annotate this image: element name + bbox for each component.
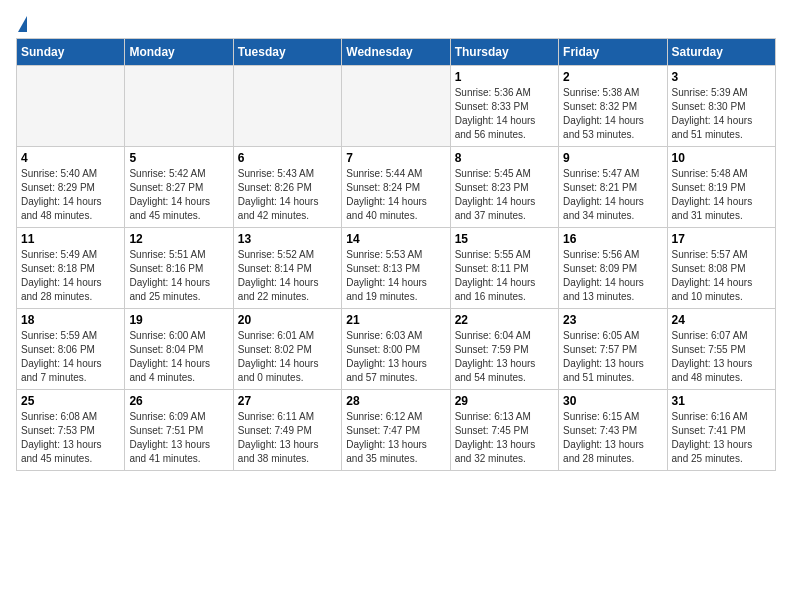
- calendar-header-row: SundayMondayTuesdayWednesdayThursdayFrid…: [17, 39, 776, 66]
- day-number: 11: [21, 232, 120, 246]
- day-info: Sunrise: 5:56 AM Sunset: 8:09 PM Dayligh…: [563, 248, 662, 304]
- day-number: 9: [563, 151, 662, 165]
- day-info: Sunrise: 5:44 AM Sunset: 8:24 PM Dayligh…: [346, 167, 445, 223]
- day-number: 6: [238, 151, 337, 165]
- calendar-cell: 30Sunrise: 6:15 AM Sunset: 7:43 PM Dayli…: [559, 390, 667, 471]
- day-info: Sunrise: 5:42 AM Sunset: 8:27 PM Dayligh…: [129, 167, 228, 223]
- day-info: Sunrise: 6:08 AM Sunset: 7:53 PM Dayligh…: [21, 410, 120, 466]
- calendar-week-row: 1Sunrise: 5:36 AM Sunset: 8:33 PM Daylig…: [17, 66, 776, 147]
- calendar-cell: 3Sunrise: 5:39 AM Sunset: 8:30 PM Daylig…: [667, 66, 775, 147]
- day-info: Sunrise: 5:43 AM Sunset: 8:26 PM Dayligh…: [238, 167, 337, 223]
- calendar-cell: 23Sunrise: 6:05 AM Sunset: 7:57 PM Dayli…: [559, 309, 667, 390]
- day-number: 16: [563, 232, 662, 246]
- weekday-header-friday: Friday: [559, 39, 667, 66]
- calendar-cell: 11Sunrise: 5:49 AM Sunset: 8:18 PM Dayli…: [17, 228, 125, 309]
- calendar-week-row: 4Sunrise: 5:40 AM Sunset: 8:29 PM Daylig…: [17, 147, 776, 228]
- day-info: Sunrise: 5:36 AM Sunset: 8:33 PM Dayligh…: [455, 86, 554, 142]
- day-number: 13: [238, 232, 337, 246]
- calendar-cell: 28Sunrise: 6:12 AM Sunset: 7:47 PM Dayli…: [342, 390, 450, 471]
- day-number: 8: [455, 151, 554, 165]
- day-number: 12: [129, 232, 228, 246]
- calendar-cell: 31Sunrise: 6:16 AM Sunset: 7:41 PM Dayli…: [667, 390, 775, 471]
- day-number: 1: [455, 70, 554, 84]
- day-info: Sunrise: 6:07 AM Sunset: 7:55 PM Dayligh…: [672, 329, 771, 385]
- day-number: 2: [563, 70, 662, 84]
- day-info: Sunrise: 6:01 AM Sunset: 8:02 PM Dayligh…: [238, 329, 337, 385]
- day-info: Sunrise: 5:47 AM Sunset: 8:21 PM Dayligh…: [563, 167, 662, 223]
- day-number: 26: [129, 394, 228, 408]
- day-number: 7: [346, 151, 445, 165]
- day-info: Sunrise: 5:57 AM Sunset: 8:08 PM Dayligh…: [672, 248, 771, 304]
- day-number: 30: [563, 394, 662, 408]
- day-info: Sunrise: 6:09 AM Sunset: 7:51 PM Dayligh…: [129, 410, 228, 466]
- calendar-cell: 16Sunrise: 5:56 AM Sunset: 8:09 PM Dayli…: [559, 228, 667, 309]
- calendar-cell: 4Sunrise: 5:40 AM Sunset: 8:29 PM Daylig…: [17, 147, 125, 228]
- day-info: Sunrise: 5:59 AM Sunset: 8:06 PM Dayligh…: [21, 329, 120, 385]
- calendar-cell: 8Sunrise: 5:45 AM Sunset: 8:23 PM Daylig…: [450, 147, 558, 228]
- day-number: 28: [346, 394, 445, 408]
- day-number: 10: [672, 151, 771, 165]
- day-info: Sunrise: 5:53 AM Sunset: 8:13 PM Dayligh…: [346, 248, 445, 304]
- day-number: 23: [563, 313, 662, 327]
- day-info: Sunrise: 5:52 AM Sunset: 8:14 PM Dayligh…: [238, 248, 337, 304]
- day-number: 20: [238, 313, 337, 327]
- day-info: Sunrise: 6:03 AM Sunset: 8:00 PM Dayligh…: [346, 329, 445, 385]
- page-header: [16, 16, 776, 26]
- day-info: Sunrise: 5:48 AM Sunset: 8:19 PM Dayligh…: [672, 167, 771, 223]
- calendar-cell: 27Sunrise: 6:11 AM Sunset: 7:49 PM Dayli…: [233, 390, 341, 471]
- day-info: Sunrise: 5:51 AM Sunset: 8:16 PM Dayligh…: [129, 248, 228, 304]
- calendar-cell: 6Sunrise: 5:43 AM Sunset: 8:26 PM Daylig…: [233, 147, 341, 228]
- day-number: 18: [21, 313, 120, 327]
- weekday-header-tuesday: Tuesday: [233, 39, 341, 66]
- calendar-week-row: 18Sunrise: 5:59 AM Sunset: 8:06 PM Dayli…: [17, 309, 776, 390]
- calendar-cell: 10Sunrise: 5:48 AM Sunset: 8:19 PM Dayli…: [667, 147, 775, 228]
- day-number: 21: [346, 313, 445, 327]
- day-info: Sunrise: 6:04 AM Sunset: 7:59 PM Dayligh…: [455, 329, 554, 385]
- calendar-week-row: 11Sunrise: 5:49 AM Sunset: 8:18 PM Dayli…: [17, 228, 776, 309]
- weekday-header-wednesday: Wednesday: [342, 39, 450, 66]
- day-info: Sunrise: 6:16 AM Sunset: 7:41 PM Dayligh…: [672, 410, 771, 466]
- day-number: 25: [21, 394, 120, 408]
- day-info: Sunrise: 5:55 AM Sunset: 8:11 PM Dayligh…: [455, 248, 554, 304]
- calendar-cell: [342, 66, 450, 147]
- calendar-cell: 26Sunrise: 6:09 AM Sunset: 7:51 PM Dayli…: [125, 390, 233, 471]
- day-info: Sunrise: 5:40 AM Sunset: 8:29 PM Dayligh…: [21, 167, 120, 223]
- logo-triangle-icon: [18, 16, 27, 32]
- day-number: 31: [672, 394, 771, 408]
- calendar-cell: 18Sunrise: 5:59 AM Sunset: 8:06 PM Dayli…: [17, 309, 125, 390]
- calendar-cell: [233, 66, 341, 147]
- day-info: Sunrise: 6:11 AM Sunset: 7:49 PM Dayligh…: [238, 410, 337, 466]
- calendar-cell: 7Sunrise: 5:44 AM Sunset: 8:24 PM Daylig…: [342, 147, 450, 228]
- day-info: Sunrise: 5:45 AM Sunset: 8:23 PM Dayligh…: [455, 167, 554, 223]
- day-number: 24: [672, 313, 771, 327]
- day-number: 14: [346, 232, 445, 246]
- calendar-table: SundayMondayTuesdayWednesdayThursdayFrid…: [16, 38, 776, 471]
- day-number: 19: [129, 313, 228, 327]
- calendar-cell: [17, 66, 125, 147]
- weekday-header-sunday: Sunday: [17, 39, 125, 66]
- day-info: Sunrise: 6:13 AM Sunset: 7:45 PM Dayligh…: [455, 410, 554, 466]
- day-number: 29: [455, 394, 554, 408]
- calendar-cell: 14Sunrise: 5:53 AM Sunset: 8:13 PM Dayli…: [342, 228, 450, 309]
- calendar-cell: 12Sunrise: 5:51 AM Sunset: 8:16 PM Dayli…: [125, 228, 233, 309]
- day-number: 4: [21, 151, 120, 165]
- calendar-cell: 9Sunrise: 5:47 AM Sunset: 8:21 PM Daylig…: [559, 147, 667, 228]
- weekday-header-monday: Monday: [125, 39, 233, 66]
- day-number: 17: [672, 232, 771, 246]
- day-info: Sunrise: 6:12 AM Sunset: 7:47 PM Dayligh…: [346, 410, 445, 466]
- day-info: Sunrise: 6:00 AM Sunset: 8:04 PM Dayligh…: [129, 329, 228, 385]
- calendar-cell: 29Sunrise: 6:13 AM Sunset: 7:45 PM Dayli…: [450, 390, 558, 471]
- calendar-cell: [125, 66, 233, 147]
- weekday-header-saturday: Saturday: [667, 39, 775, 66]
- day-number: 22: [455, 313, 554, 327]
- day-number: 5: [129, 151, 228, 165]
- day-info: Sunrise: 5:38 AM Sunset: 8:32 PM Dayligh…: [563, 86, 662, 142]
- calendar-cell: 17Sunrise: 5:57 AM Sunset: 8:08 PM Dayli…: [667, 228, 775, 309]
- calendar-cell: 13Sunrise: 5:52 AM Sunset: 8:14 PM Dayli…: [233, 228, 341, 309]
- calendar-cell: 20Sunrise: 6:01 AM Sunset: 8:02 PM Dayli…: [233, 309, 341, 390]
- calendar-cell: 21Sunrise: 6:03 AM Sunset: 8:00 PM Dayli…: [342, 309, 450, 390]
- calendar-cell: 1Sunrise: 5:36 AM Sunset: 8:33 PM Daylig…: [450, 66, 558, 147]
- calendar-cell: 22Sunrise: 6:04 AM Sunset: 7:59 PM Dayli…: [450, 309, 558, 390]
- day-info: Sunrise: 6:15 AM Sunset: 7:43 PM Dayligh…: [563, 410, 662, 466]
- day-info: Sunrise: 6:05 AM Sunset: 7:57 PM Dayligh…: [563, 329, 662, 385]
